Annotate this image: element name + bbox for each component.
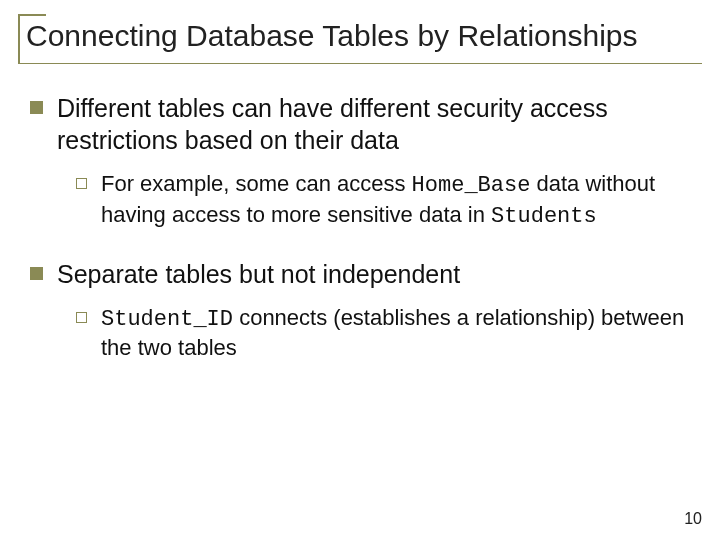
code-run: Student_ID bbox=[101, 307, 233, 332]
slide-title: Connecting Database Tables by Relationsh… bbox=[22, 18, 702, 53]
sub-bullet-text: For example, some can access Home_Base d… bbox=[101, 170, 694, 231]
hollow-square-bullet-icon bbox=[76, 312, 87, 323]
bullet-level2: Student_ID connects (establishes a relat… bbox=[76, 304, 694, 363]
bullet-level2: For example, some can access Home_Base d… bbox=[76, 170, 694, 231]
code-run: Home_Base bbox=[412, 173, 531, 198]
slide: Connecting Database Tables by Relationsh… bbox=[0, 0, 720, 540]
title-container: Connecting Database Tables by Relationsh… bbox=[18, 14, 702, 64]
bullet-level1: Different tables can have different secu… bbox=[30, 92, 694, 156]
square-bullet-icon bbox=[30, 267, 43, 280]
square-bullet-icon bbox=[30, 101, 43, 114]
bullet-text: Different tables can have different secu… bbox=[57, 92, 694, 156]
text-run: For example, some can access bbox=[101, 171, 412, 196]
sub-bullet-text: Student_ID connects (establishes a relat… bbox=[101, 304, 694, 363]
bullet-text: Separate tables but not independent bbox=[57, 258, 460, 290]
page-number: 10 bbox=[684, 510, 702, 528]
bullet-level1: Separate tables but not independent bbox=[30, 258, 694, 290]
code-run: Students bbox=[491, 204, 597, 229]
content-area: Different tables can have different secu… bbox=[18, 92, 702, 362]
hollow-square-bullet-icon bbox=[76, 178, 87, 189]
